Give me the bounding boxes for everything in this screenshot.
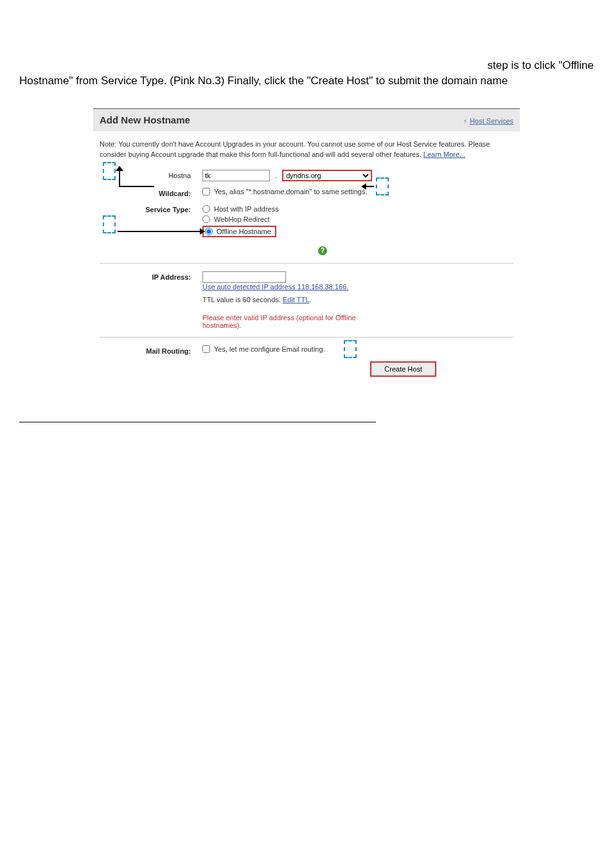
add-hostname-form: Add New Hostname ↑ Host Services Note: Y… — [93, 108, 520, 390]
callout-1 — [103, 162, 116, 180]
auto-ip-link[interactable]: Use auto detected IP address 118.168.38.… — [202, 283, 348, 291]
arrow-3-head — [200, 228, 205, 235]
learn-more-link[interactable]: Learn More... — [423, 150, 465, 158]
ip-input[interactable] — [202, 271, 286, 283]
mail-label: Mail Routing: — [100, 345, 202, 355]
create-host-button[interactable]: Create Host — [370, 361, 436, 377]
ttl-text-post: . — [309, 296, 311, 303]
service-type-label: Service Type: — [100, 204, 202, 213]
bottom-divider — [19, 422, 376, 422]
dot-separator: . — [272, 172, 280, 179]
arrow-1-v — [119, 170, 120, 187]
service-webhop-radio[interactable] — [202, 215, 210, 223]
domain-select[interactable]: dyndns.org — [282, 170, 372, 181]
mail-text: Yes, let me configure Email routing. — [214, 345, 325, 353]
arrow-3 — [118, 231, 201, 232]
help-icon[interactable]: ? — [318, 246, 327, 255]
page-title: Add New Hostname — [100, 114, 190, 125]
callout-4 — [344, 340, 357, 358]
up-arrow-icon: ↑ — [463, 117, 467, 125]
service-offline-radio[interactable] — [205, 228, 213, 235]
instruction-line2: Hostname" from Service Type. (Pink No.3)… — [19, 75, 508, 87]
instruction-line1: step is to click "Offline — [19, 58, 594, 73]
ttl-text-pre: TTL value is 60 seconds. — [202, 296, 283, 303]
ip-error-text: Please enter valid IP address (optional … — [202, 314, 382, 329]
service-host-ip-label: Host with IP address — [214, 205, 279, 213]
wildcard-checkbox[interactable] — [202, 188, 210, 195]
service-webhop-label: WebHop Redirect — [214, 215, 270, 223]
hostname-input[interactable] — [202, 170, 270, 181]
arrow-1 — [119, 186, 154, 187]
mail-checkbox[interactable] — [202, 345, 210, 353]
wildcard-label: Wildcard: — [100, 188, 202, 197]
callout-3 — [103, 215, 116, 233]
host-services-link[interactable]: Host Services — [470, 117, 513, 125]
wildcard-text: Yes, alias "*.hostname.domain" to same s… — [214, 188, 368, 195]
service-offline-label: Offline Hostname — [217, 228, 271, 235]
edit-ttl-link[interactable]: Edit TTL — [283, 296, 309, 303]
ip-label: IP Address: — [100, 271, 202, 281]
service-host-ip-radio[interactable] — [202, 205, 210, 213]
arrow-1-head — [116, 166, 123, 171]
